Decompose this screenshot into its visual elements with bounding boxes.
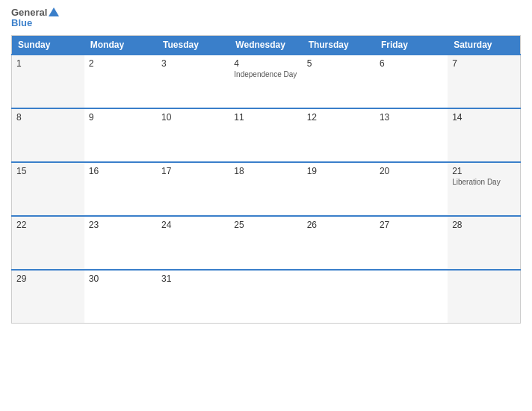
calendar-cell: 14 (448, 108, 520, 162)
day-number: 12 (307, 112, 371, 123)
calendar-week-row: 15161718192021Liberation Day (12, 162, 521, 216)
day-number: 29 (16, 274, 80, 284)
event-label: Independence Day (234, 70, 297, 78)
calendar-cell: 15 (12, 162, 84, 216)
day-number: 23 (89, 220, 152, 230)
calendar-cell: 9 (84, 108, 157, 162)
calendar-cell: 8 (12, 108, 84, 162)
calendar-cell: 22 (12, 216, 84, 270)
day-header-sunday: Sunday (12, 35, 84, 55)
day-number: 31 (161, 274, 225, 284)
day-number: 21 (452, 166, 516, 176)
day-number: 17 (161, 166, 225, 176)
day-number: 19 (307, 166, 371, 176)
day-number: 13 (380, 112, 443, 123)
calendar-cell: 4Independence Day (229, 55, 302, 108)
day-number: 1 (16, 58, 80, 69)
calendar-cell: 16 (84, 162, 157, 216)
calendar-cell: 26 (303, 216, 375, 270)
calendar-cell: 25 (229, 216, 302, 270)
day-number: 27 (380, 220, 443, 230)
calendar-table: SundayMondayTuesdayWednesdayThursdayFrid… (11, 35, 521, 324)
calendar-cell: 23 (84, 216, 157, 270)
day-number: 10 (161, 112, 225, 123)
calendar-cell: 18 (229, 162, 302, 216)
calendar-body: 1234Independence Day56789101112131415161… (12, 55, 521, 324)
calendar-header-row: SundayMondayTuesdayWednesdayThursdayFrid… (12, 35, 521, 55)
day-number: 22 (16, 220, 80, 230)
calendar-cell (448, 270, 520, 324)
calendar-cell: 12 (303, 108, 375, 162)
calendar-cell: 11 (229, 108, 302, 162)
day-number: 11 (234, 112, 297, 123)
day-header-thursday: Thursday (303, 35, 375, 55)
calendar-week-row: 891011121314 (12, 108, 521, 162)
calendar-cell: 31 (157, 270, 229, 324)
calendar-cell: 10 (157, 108, 229, 162)
day-number: 5 (307, 58, 371, 69)
day-header-tuesday: Tuesday (157, 35, 229, 55)
calendar-cell (229, 270, 302, 324)
calendar-cell: 1 (12, 55, 84, 108)
calendar-cell: 19 (303, 162, 375, 216)
logo: General Blue (11, 7, 59, 29)
day-header-friday: Friday (375, 35, 448, 55)
logo-triangle-icon (49, 7, 59, 16)
calendar-cell: 30 (84, 270, 157, 324)
day-number: 16 (89, 166, 152, 176)
days-of-week-row: SundayMondayTuesdayWednesdayThursdayFrid… (12, 35, 521, 55)
day-header-wednesday: Wednesday (229, 35, 302, 55)
calendar-cell: 17 (157, 162, 229, 216)
calendar-week-row: 293031 (12, 270, 521, 324)
day-number: 4 (234, 58, 297, 69)
day-number: 30 (89, 274, 152, 284)
day-number: 26 (307, 220, 371, 230)
calendar-header: General Blue (11, 7, 521, 29)
logo-general-text: General (11, 7, 59, 18)
day-number: 2 (89, 58, 152, 69)
calendar-cell: 7 (448, 55, 520, 108)
calendar-cell: 13 (375, 108, 448, 162)
calendar-cell: 21Liberation Day (448, 162, 520, 216)
event-label: Liberation Day (452, 178, 516, 186)
day-number: 6 (380, 58, 443, 69)
day-number: 14 (452, 112, 516, 123)
day-number: 7 (452, 58, 516, 69)
calendar-cell: 5 (303, 55, 375, 108)
calendar-cell: 2 (84, 55, 157, 108)
calendar-cell: 24 (157, 216, 229, 270)
calendar-cell (303, 270, 375, 324)
logo-blue-text: Blue (11, 18, 32, 28)
day-number: 15 (16, 166, 80, 176)
calendar-cell (375, 270, 448, 324)
calendar-cell: 28 (448, 216, 520, 270)
calendar-cell: 29 (12, 270, 84, 324)
day-number: 25 (234, 220, 297, 230)
day-number: 9 (89, 112, 152, 123)
calendar-cell: 3 (157, 55, 229, 108)
calendar-cell: 27 (375, 216, 448, 270)
day-number: 20 (380, 166, 443, 176)
day-number: 28 (452, 220, 516, 230)
day-number: 18 (234, 166, 297, 176)
calendar-week-row: 22232425262728 (12, 216, 521, 270)
day-number: 3 (161, 58, 225, 69)
calendar-cell: 6 (375, 55, 448, 108)
day-number: 24 (161, 220, 225, 230)
day-header-monday: Monday (84, 35, 157, 55)
day-header-saturday: Saturday (448, 35, 520, 55)
calendar-cell: 20 (375, 162, 448, 216)
calendar-week-row: 1234Independence Day567 (12, 55, 521, 108)
day-number: 8 (16, 112, 80, 123)
